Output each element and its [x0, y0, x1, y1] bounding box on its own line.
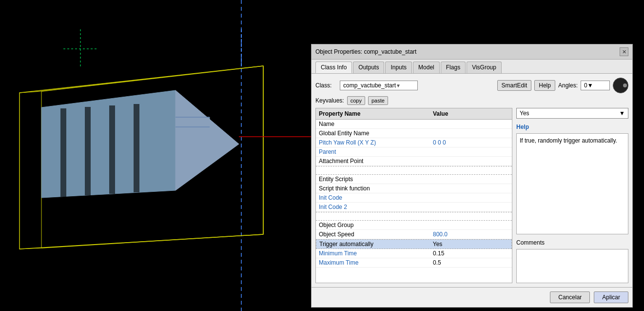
help-button[interactable]: Help — [534, 80, 555, 91]
dialog-title: Object Properties: comp_vactube_start — [315, 48, 416, 55]
table-row[interactable]: Init Code 2 — [316, 203, 512, 212]
svg-marker-6 — [176, 90, 239, 190]
prop-name: Script think function — [319, 185, 433, 192]
prop-name: Parent — [319, 148, 433, 155]
dialog-title-bar: Object Properties: comp_vactube_start ✕ — [312, 44, 632, 60]
dialog-content: Class: comp_vactube_start ▼ SmartEdit He… — [312, 74, 632, 287]
table-row[interactable]: Init Code — [316, 193, 512, 203]
tab-visgroup[interactable]: VisGroup — [467, 62, 502, 73]
prop-name: Minimum Time — [319, 250, 433, 257]
prop-name: Init Code — [319, 194, 433, 201]
bottom-bar: Cancelar Aplicar — [312, 287, 632, 307]
table-separator — [316, 212, 512, 221]
paste-button[interactable]: paste — [368, 96, 388, 105]
prop-name: Attachment Point — [319, 158, 433, 165]
svg-line-13 — [41, 66, 263, 91]
prop-value — [433, 130, 509, 137]
table-header: Property Name Value — [316, 108, 512, 120]
prop-value — [433, 185, 509, 192]
angles-label: Angles: — [558, 82, 578, 89]
prop-name: Global Entity Name — [319, 130, 433, 137]
angles-section: SmartEdit Help Angles: 0 ▼ — [497, 78, 628, 93]
prop-name: Maximum Time — [319, 259, 433, 266]
copy-button[interactable]: copy — [347, 96, 365, 105]
prop-name: Entity Scripts — [319, 176, 433, 183]
table-row[interactable]: Global Entity Name — [316, 129, 512, 138]
yes-dropdown[interactable]: Yes ▼ — [516, 108, 628, 119]
prop-value: Yes — [433, 241, 508, 248]
class-value: comp_vactube_start — [343, 82, 396, 89]
prop-value — [433, 121, 509, 127]
header-value: Value — [433, 110, 509, 117]
angles-dropdown-arrow: ▼ — [587, 82, 593, 89]
tab-class-info[interactable]: Class Info — [315, 62, 352, 73]
table-separator — [316, 166, 512, 175]
table-row[interactable]: Maximum Time 0.5 — [316, 258, 512, 268]
tab-inputs[interactable]: Inputs — [385, 62, 412, 73]
table-row[interactable]: Entity Scripts — [316, 175, 512, 184]
prop-value — [433, 222, 509, 228]
yes-value: Yes — [520, 110, 619, 117]
class-dropdown[interactable]: comp_vactube_start ▼ — [340, 81, 418, 90]
help-section-label: Help — [516, 124, 628, 130]
prop-name: Name — [319, 121, 433, 127]
table-row[interactable]: Parent — [316, 147, 512, 157]
close-button[interactable]: ✕ — [620, 47, 628, 56]
prop-value — [433, 158, 509, 165]
object-properties-dialog: Object Properties: comp_vactube_start ✕ … — [311, 44, 633, 308]
class-label: Class: — [315, 82, 335, 89]
tab-model[interactable]: Model — [413, 62, 440, 73]
smartedit-button[interactable]: SmartEdit — [497, 80, 532, 91]
prop-name: Object Speed — [319, 231, 433, 238]
yes-arrow: ▼ — [619, 110, 625, 117]
keyvalues-label: Keyvalues: — [315, 97, 344, 104]
class-row: Class: comp_vactube_start ▼ SmartEdit He… — [315, 78, 628, 93]
tab-flags[interactable]: Flags — [441, 62, 466, 73]
angles-circle — [613, 78, 628, 93]
table-row[interactable]: Minimum Time 0.15 — [316, 249, 512, 258]
prop-name: Trigger automatically — [319, 241, 433, 248]
prop-value — [433, 194, 509, 201]
prop-value: 0.5 — [433, 259, 509, 266]
right-panel: Yes ▼ Help If true, randomly trigger aut… — [516, 108, 628, 283]
prop-value — [433, 176, 509, 183]
tab-outputs[interactable]: Outputs — [353, 62, 384, 73]
prop-value — [433, 148, 509, 155]
comments-label: Comments — [516, 239, 628, 246]
prop-name: Init Code 2 — [319, 204, 433, 210]
help-text-box: If true, randomly trigger automatically. — [516, 133, 628, 234]
table-row[interactable]: Object Group — [316, 221, 512, 230]
table-row[interactable]: Trigger automatically Yes — [316, 239, 512, 249]
svg-line-14 — [41, 234, 263, 248]
viewport — [0, 0, 312, 311]
property-table: Property Name Value Name Global Entity N… — [315, 108, 512, 283]
tab-bar: Class Info Outputs Inputs Model Flags Vi… — [312, 60, 632, 74]
prop-value: 0.15 — [433, 250, 509, 257]
apply-button[interactable]: Aplicar — [594, 291, 628, 303]
class-dropdown-arrow: ▼ — [396, 83, 414, 88]
header-property-name: Property Name — [319, 110, 433, 117]
comments-text-box[interactable] — [516, 249, 628, 283]
prop-value — [433, 204, 509, 210]
angles-dropdown[interactable]: 0 ▼ — [581, 81, 610, 90]
cancel-button[interactable]: Cancelar — [550, 291, 590, 303]
table-row[interactable]: Pitch Yaw Roll (X Y Z) 0 0 0 — [316, 138, 512, 147]
prop-name: Object Group — [319, 222, 433, 228]
prop-name: Pitch Yaw Roll (X Y Z) — [319, 139, 433, 146]
prop-value: 0 0 0 — [433, 139, 509, 146]
table-row[interactable]: Name — [316, 120, 512, 129]
keyvalues-row: Keyvalues: copy paste — [315, 96, 628, 105]
table-row[interactable]: Attachment Point — [316, 157, 512, 166]
prop-value: 800.0 — [433, 231, 509, 238]
angles-value: 0 — [584, 82, 587, 89]
main-area: Property Name Value Name Global Entity N… — [315, 108, 628, 283]
table-row[interactable]: Script think function — [316, 184, 512, 193]
table-row[interactable]: Object Speed 800.0 — [316, 230, 512, 239]
